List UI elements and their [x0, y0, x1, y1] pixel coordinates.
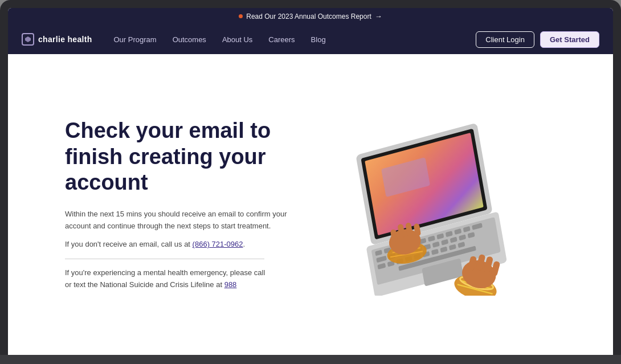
nav-item-careers[interactable]: Careers — [260, 35, 303, 44]
logo[interactable]: charlie health — [22, 33, 92, 46]
subtext-confirm: Within the next 15 mins you should recei… — [65, 208, 304, 232]
navbar: charlie health Our Program Outcomes Abou… — [8, 24, 613, 54]
laptop-base — [0, 355, 621, 364]
text-section: Check your email to finish creating your… — [65, 118, 304, 291]
announcement-text: Read Our 2023 Annual Outcomes Report — [246, 13, 371, 21]
laptop-svg — [339, 113, 533, 296]
subtext-phone-post: . — [243, 240, 246, 248]
nav-item-about[interactable]: About Us — [214, 35, 260, 44]
screen: Read Our 2023 Annual Outcomes Report → c… — [8, 8, 613, 355]
logo-text: charlie health — [38, 35, 92, 44]
laptop-illustration — [339, 113, 533, 296]
nav-links: Our Program Outcomes About Us Careers Bl… — [105, 35, 476, 44]
divider — [65, 259, 264, 259]
subtext-phone-pre: If you don't receive an email, call us a… — [65, 240, 193, 248]
illustration-section — [304, 113, 567, 296]
crisis-number-link[interactable]: 988 — [224, 280, 237, 289]
nav-item-blog[interactable]: Blog — [303, 35, 334, 44]
phone-link[interactable]: (866) 721-0962 — [193, 240, 243, 248]
announcement-bar[interactable]: Read Our 2023 Annual Outcomes Report → — [8, 8, 613, 24]
nav-buttons: Client Login Get Started — [476, 31, 599, 48]
announcement-dot — [239, 14, 243, 18]
get-started-button[interactable]: Get Started — [540, 31, 599, 48]
main-content: Check your email to finish creating your… — [8, 54, 613, 355]
logo-icon — [22, 33, 34, 46]
nav-item-program[interactable]: Our Program — [105, 35, 164, 44]
client-login-button[interactable]: Client Login — [476, 31, 534, 48]
laptop-frame: Read Our 2023 Annual Outcomes Report → c… — [0, 0, 621, 364]
page-heading: Check your email to finish creating your… — [65, 118, 304, 196]
nav-item-outcomes[interactable]: Outcomes — [165, 35, 214, 44]
announcement-arrow: → — [375, 12, 382, 21]
logo-svg — [24, 35, 32, 43]
subtext-phone: If you don't receive an email, call us a… — [65, 239, 304, 251]
crisis-text: If you're experiencing a mental health e… — [65, 267, 270, 291]
